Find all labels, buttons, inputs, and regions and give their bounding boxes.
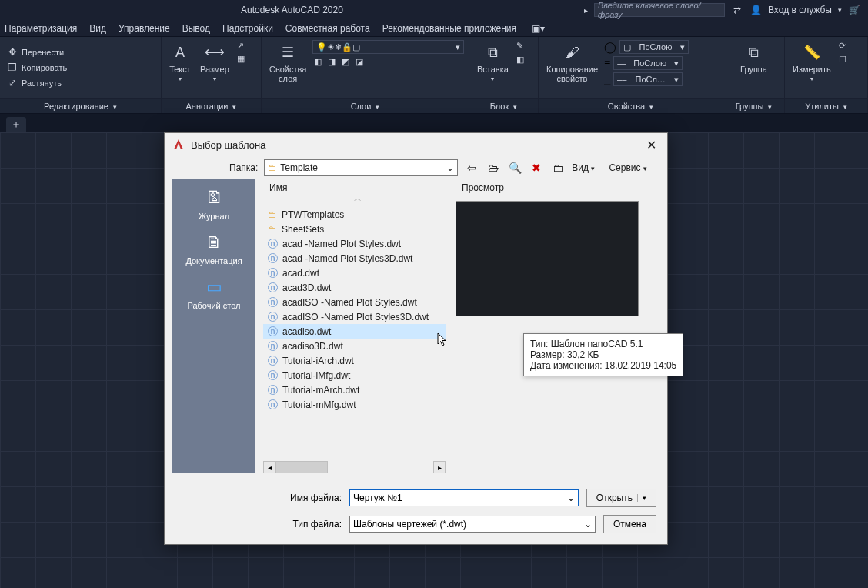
copy-button[interactable]: ❐Копировать — [5, 61, 68, 75]
file-name: Tutorial-iMfg.dwt — [282, 370, 350, 381]
panel-annot-title[interactable]: Аннотации — [186, 102, 229, 111]
file-row[interactable]: 🗀SheetSets — [263, 222, 446, 236]
dwt-icon: n — [268, 385, 278, 395]
file-row[interactable]: nTutorial-mMfg.dwt — [263, 397, 446, 412]
match-props-button[interactable]: 🖌Копирование свойств — [543, 40, 601, 85]
dwt-icon: n — [268, 253, 278, 263]
file-row[interactable]: nTutorial-iMfg.dwt — [263, 368, 446, 383]
title-chevron-icon[interactable]: ▸ — [584, 6, 588, 15]
dialog-title: Выбор шаблона — [191, 139, 265, 151]
file-row[interactable]: nacad -Named Plot Styles3D.dwt — [263, 251, 446, 266]
cart-icon[interactable]: 🛒 — [848, 4, 860, 16]
scroll-thumb[interactable] — [275, 461, 328, 473]
panel-utils-title[interactable]: Утилиты — [805, 102, 839, 111]
login-link[interactable]: Вход в службы — [768, 5, 832, 15]
color-wheel-icon[interactable]: ◯ — [604, 41, 616, 53]
insert-block-button[interactable]: ⧉Вставка▾ — [474, 40, 512, 84]
file-name: acadISO -Named Plot Styles.dwt — [282, 297, 417, 308]
text-button[interactable]: AТекст▾ — [166, 40, 194, 84]
panel-layers-title[interactable]: Слои — [351, 102, 372, 111]
menu-manage[interactable]: Управление — [119, 23, 170, 34]
back-button[interactable]: ⇦ — [464, 160, 479, 175]
file-type-label: Тип файла: — [280, 519, 342, 530]
util-tool-2[interactable]: ☐ — [837, 54, 848, 65]
move-button[interactable]: ✥Перенести — [5, 45, 65, 59]
new-folder-button[interactable]: 🗀 — [550, 160, 566, 175]
up-folder-button[interactable]: 🗁 — [486, 160, 501, 175]
menu-expand-icon[interactable]: ▣▾ — [532, 23, 545, 34]
layer-props-button[interactable]: ☰Свойства слоя — [266, 40, 309, 85]
group-button[interactable]: ⧉Группа — [737, 40, 770, 75]
file-name-input[interactable]: Чертуж №1⌄ — [349, 489, 579, 506]
menu-collab[interactable]: Совместная работа — [285, 23, 370, 34]
layer-state-dropdown[interactable]: 💡☀❄🔒▢▾ — [312, 40, 464, 54]
layer-tool-3[interactable]: ◩ — [340, 56, 351, 68]
user-icon[interactable]: 👤 — [749, 4, 762, 16]
file-row[interactable]: nacadiso3D.dwt — [263, 339, 446, 353]
file-row[interactable]: nacad.dwt — [263, 266, 446, 280]
open-button[interactable]: Открыть▾ — [586, 489, 656, 507]
preview-label: Просмотр — [456, 179, 659, 196]
measure-button[interactable]: 📏Измерить▾ — [790, 40, 834, 84]
connection-icon[interactable]: ⇄ — [731, 4, 743, 16]
file-row[interactable]: nacad -Named Plot Styles.dwt — [263, 236, 446, 251]
login-dropdown-icon[interactable]: ▾ — [838, 6, 842, 14]
file-row[interactable]: 🗀PTWTemplates — [263, 207, 446, 222]
lineweight-dropdown[interactable]: —ПоСлою▾ — [613, 56, 683, 70]
horizontal-scrollbar[interactable]: ◂ ▸ — [263, 461, 446, 473]
menu-view[interactable]: Вид — [89, 23, 106, 34]
panel-block-title[interactable]: Блок — [490, 102, 509, 111]
menu-featured[interactable]: Рекомендованные приложения — [382, 23, 516, 34]
title-bar: Autodesk AutoCAD 2020 ▸ Введите ключевое… — [0, 0, 868, 20]
file-row[interactable]: nacadISO -Named Plot Styles3D.dwt — [263, 309, 446, 324]
file-row[interactable]: nTutorial-iArch.dwt — [263, 353, 446, 368]
new-tab-button[interactable]: ＋ — [6, 117, 26, 132]
file-row[interactable]: nacadISO -Named Plot Styles.dwt — [263, 295, 446, 309]
util-tool-1[interactable]: ⟳ — [837, 40, 848, 52]
layer-tool-4[interactable]: ◪ — [354, 56, 365, 68]
file-row[interactable]: nTutorial-mArch.dwt — [263, 383, 446, 397]
menu-output[interactable]: Вывод — [182, 23, 210, 34]
lineweight-icon[interactable]: ≡ — [604, 57, 610, 69]
file-name: acadISO -Named Plot Styles3D.dwt — [282, 312, 429, 322]
menu-addins[interactable]: Надстройки — [222, 23, 273, 34]
place-documents[interactable]: 🗎Документация — [185, 232, 242, 266]
file-name: acadiso3D.dwt — [282, 341, 343, 352]
place-history[interactable]: 🖻Журнал — [199, 187, 229, 221]
linetype-dropdown[interactable]: ––ПоСл…▾ — [613, 72, 683, 86]
delete-button[interactable]: ✖ — [529, 160, 544, 175]
documents-icon: 🗎 — [202, 232, 226, 253]
linetype-icon[interactable]: ⎯ — [604, 73, 610, 85]
menu-param[interactable]: Параметризация — [5, 23, 77, 34]
file-row[interactable]: nacad3D.dwt — [263, 280, 446, 295]
place-desktop[interactable]: ▭Рабочий стол — [187, 276, 240, 310]
layer-tool-1[interactable]: ◧ — [312, 56, 323, 68]
panel-props-title[interactable]: Свойства — [608, 102, 645, 111]
stretch-icon: ⤢ — [6, 77, 18, 89]
panel-groups-title[interactable]: Группы — [736, 102, 764, 111]
stretch-button[interactable]: ⤢Растянуть — [5, 76, 63, 90]
scroll-left-button[interactable]: ◂ — [263, 461, 275, 473]
search-web-button[interactable]: 🔍 — [507, 160, 522, 175]
color-dropdown[interactable]: ▢ПоСлою▾ — [619, 40, 689, 54]
file-row[interactable]: nacadiso.dwt — [263, 324, 446, 339]
file-name: acad.dwt — [282, 268, 319, 279]
dialog-close-button[interactable]: ✕ — [643, 135, 659, 155]
insert-icon: ⧉ — [482, 42, 503, 63]
file-type-dropdown[interactable]: Шаблоны чертежей (*.dwt)⌄ — [349, 516, 596, 533]
scroll-right-button[interactable]: ▸ — [433, 461, 446, 473]
panel-edit-title[interactable]: Редактирование — [44, 102, 108, 111]
folder-dropdown[interactable]: 🗀 Template ⌄ — [264, 159, 458, 176]
match-icon: 🖌 — [562, 42, 583, 63]
leader-icon[interactable]: ↗ — [235, 40, 246, 52]
table-icon[interactable]: ▦ — [235, 53, 246, 65]
block-tool-1[interactable]: ✎ — [515, 40, 526, 52]
layer-tool-2[interactable]: ◨ — [326, 56, 337, 68]
service-menu[interactable]: Сервис ▾ — [609, 162, 646, 173]
keyword-search[interactable]: Введите ключевое слово/фразу — [594, 3, 725, 17]
column-name-header[interactable]: Имя︿ — [263, 179, 446, 207]
cancel-button[interactable]: Отмена — [603, 515, 656, 533]
view-menu[interactable]: Вид ▾ — [572, 162, 595, 173]
block-tool-2[interactable]: ◧ — [515, 54, 526, 65]
dimension-button[interactable]: ⟷Размер▾ — [197, 40, 232, 84]
